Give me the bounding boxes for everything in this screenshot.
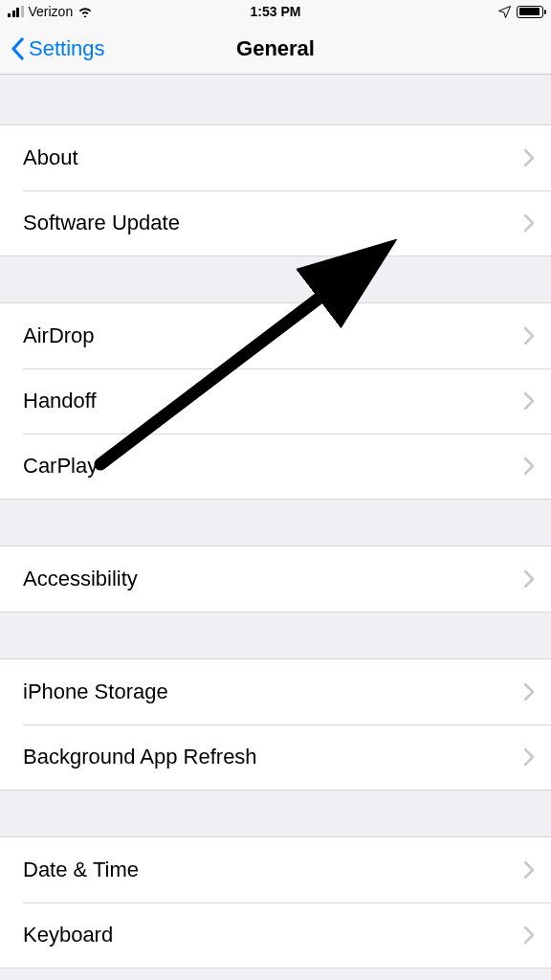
cell-label: About	[23, 145, 78, 170]
group-1: AirDrop Handoff CarPlay	[0, 302, 551, 500]
cell-keyboard[interactable]: Keyboard	[0, 902, 551, 968]
cell-label: Accessibility	[23, 567, 138, 591]
chevron-right-icon	[524, 861, 534, 879]
wifi-icon	[77, 6, 93, 17]
chevron-right-icon	[524, 748, 534, 766]
chevron-right-icon	[524, 214, 534, 232]
group-3: iPhone Storage Background App Refresh	[0, 658, 551, 791]
cell-label: iPhone Storage	[23, 679, 168, 704]
location-icon	[498, 6, 511, 18]
cell-label: AirDrop	[23, 323, 95, 348]
group-2: Accessibility	[0, 546, 551, 612]
chevron-right-icon	[524, 570, 534, 588]
time-label: 1:53 PM	[251, 4, 301, 19]
status-right	[498, 6, 543, 18]
chevron-right-icon	[524, 149, 534, 167]
signal-icon	[8, 6, 24, 17]
group-0: About Software Update	[0, 124, 551, 256]
cell-label: Date & Time	[23, 858, 139, 882]
cell-handoff[interactable]: Handoff	[0, 368, 551, 434]
chevron-left-icon	[10, 37, 25, 60]
carrier-label: Verizon	[29, 4, 74, 19]
group-gap	[0, 791, 551, 836]
cell-label: Keyboard	[23, 923, 113, 947]
status-bar: Verizon 1:53 PM	[0, 0, 551, 23]
nav-bar: Settings General	[0, 23, 551, 75]
chevron-right-icon	[524, 327, 534, 345]
group-4: Date & Time Keyboard	[0, 836, 551, 969]
cell-about[interactable]: About	[0, 125, 551, 190]
chevron-right-icon	[524, 392, 534, 410]
cell-accessibility[interactable]: Accessibility	[0, 546, 551, 612]
content: About Software Update AirDrop Handoff Ca…	[0, 75, 551, 969]
cell-label: Handoff	[23, 389, 97, 413]
cell-label: Background App Refresh	[23, 745, 257, 769]
cell-airdrop[interactable]: AirDrop	[0, 303, 551, 368]
back-button[interactable]: Settings	[10, 36, 105, 61]
chevron-right-icon	[524, 457, 534, 475]
group-gap	[0, 256, 551, 302]
cell-background-app-refresh[interactable]: Background App Refresh	[0, 724, 551, 790]
chevron-right-icon	[524, 683, 534, 701]
page-title: General	[236, 36, 315, 61]
group-gap	[0, 500, 551, 546]
group-gap	[0, 612, 551, 658]
cell-date-time[interactable]: Date & Time	[0, 837, 551, 902]
cell-iphone-storage[interactable]: iPhone Storage	[0, 659, 551, 724]
cell-carplay[interactable]: CarPlay	[0, 434, 551, 499]
cell-software-update[interactable]: Software Update	[0, 190, 551, 256]
battery-icon	[517, 6, 543, 18]
cell-label: CarPlay	[23, 454, 98, 479]
cell-label: Software Update	[23, 211, 180, 235]
group-gap	[0, 75, 551, 124]
back-label: Settings	[29, 36, 105, 61]
status-left: Verizon	[8, 4, 93, 19]
chevron-right-icon	[524, 926, 534, 944]
